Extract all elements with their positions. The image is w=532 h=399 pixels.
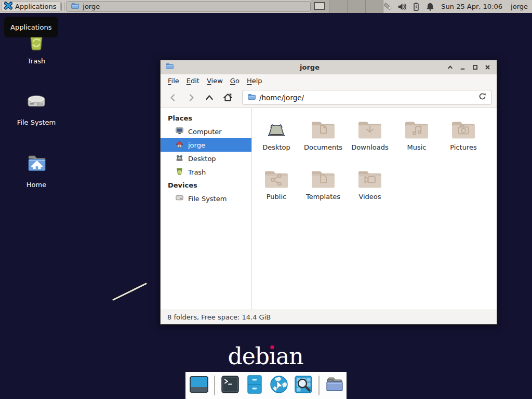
folder-label: Videos xyxy=(358,193,381,201)
window-title: jorge xyxy=(174,63,446,71)
folder-public[interactable]: Public xyxy=(253,167,300,216)
refresh-icon[interactable] xyxy=(478,92,487,103)
sidebar-header-places: Places xyxy=(161,112,251,125)
dock-app-finder-button[interactable] xyxy=(293,375,314,396)
dock-show-desktop-button[interactable] xyxy=(189,375,209,396)
arrow-up-button[interactable] xyxy=(202,90,217,105)
camera-icon xyxy=(451,117,476,141)
path-text[interactable]: /home/jorge/ xyxy=(259,94,474,102)
folder-documents[interactable]: Documents xyxy=(300,117,347,167)
workspace-2[interactable] xyxy=(329,0,347,13)
sidebar-item-trash[interactable]: Trash xyxy=(161,165,251,179)
web-browser-icon xyxy=(269,374,289,397)
applications-logo-icon xyxy=(4,2,12,11)
menu-view[interactable]: View xyxy=(203,75,227,86)
menu-go[interactable]: Go xyxy=(227,75,243,86)
stylus-tool-icon[interactable] xyxy=(383,2,393,11)
window-folder-icon xyxy=(165,62,174,72)
chevron-right-button[interactable] xyxy=(183,90,199,105)
folder-stack-icon xyxy=(324,374,345,397)
status-text: 8 folders, Free space: 14.4 GiB xyxy=(167,313,271,321)
close-button[interactable] xyxy=(483,63,492,72)
applications-menu-button[interactable]: Applications xyxy=(1,1,61,12)
sidebar-item-label: jorge xyxy=(188,141,205,149)
shade-button[interactable] xyxy=(446,63,455,72)
folder-downloads[interactable]: Downloads xyxy=(347,117,393,167)
sidebar-item-desktop[interactable]: Desktop xyxy=(161,152,251,165)
dock-file-manager-button[interactable] xyxy=(244,375,265,396)
panel-clock[interactable]: Sun 25 Apr, 10:06 xyxy=(441,3,511,10)
chevron-left-button[interactable] xyxy=(165,90,181,105)
workspace-4[interactable] xyxy=(365,0,383,13)
folder-desktop[interactable]: Desktop xyxy=(253,117,300,167)
path-bar[interactable]: /home/jorge/ xyxy=(242,90,492,105)
dock-terminal-button[interactable] xyxy=(220,375,241,396)
dock-folder-stack-button[interactable] xyxy=(324,375,345,396)
applications-menu-label: Applications xyxy=(15,3,56,10)
folder-music[interactable]: Music xyxy=(393,117,440,167)
home-desktop-icon xyxy=(24,151,49,178)
path-folder-icon xyxy=(247,92,256,103)
workspace-1[interactable] xyxy=(311,0,329,13)
panel-grip[interactable] xyxy=(61,3,64,11)
show-desktop-icon xyxy=(189,374,209,397)
folder-label: Music xyxy=(407,143,427,151)
folder-icon xyxy=(71,2,79,11)
workspace-window-preview xyxy=(314,2,325,10)
menu-file[interactable]: File xyxy=(164,75,183,86)
home-button[interactable] xyxy=(220,90,235,105)
trash-mini-icon xyxy=(175,167,184,177)
sidebar-item-label: File System xyxy=(188,195,227,203)
workspace-3[interactable] xyxy=(347,0,365,13)
home-red-icon xyxy=(175,140,184,150)
desktop-icon-label: File System xyxy=(17,118,56,126)
taskbar-window-button[interactable]: jorge xyxy=(66,1,311,12)
folder-pictures[interactable]: Pictures xyxy=(440,117,487,167)
volume-icon[interactable] xyxy=(397,2,407,11)
file-manager-icon xyxy=(244,374,265,397)
window-titlebar[interactable]: jorge xyxy=(161,60,497,74)
bell-icon[interactable] xyxy=(425,2,435,11)
menu-edit[interactable]: Edit xyxy=(183,75,203,86)
battery-icon[interactable] xyxy=(411,2,421,11)
folder-label: Downloads xyxy=(351,143,388,151)
terminal-icon xyxy=(220,374,241,397)
panel-username[interactable]: jorge xyxy=(511,3,532,10)
sidebar: PlacesComputerjorgeDesktopTrashDevicesFi… xyxy=(161,108,252,310)
folder-label: Templates xyxy=(306,193,340,201)
dock-web-browser-button[interactable] xyxy=(269,375,289,396)
template-icon xyxy=(311,167,336,191)
desktop-icon-file-system[interactable]: File System xyxy=(11,88,61,126)
window-controls xyxy=(446,63,492,72)
folder-label: Public xyxy=(267,193,286,201)
folder-label: Documents xyxy=(304,143,342,151)
sidebar-item-label: Desktop xyxy=(188,155,216,163)
sidebar-header-devices: Devices xyxy=(161,179,251,192)
sidebar-item-file-system[interactable]: File System xyxy=(161,192,251,205)
taskbar-window-label: jorge xyxy=(83,3,100,10)
desktop-icon-home[interactable]: Home xyxy=(11,151,61,189)
app-finder-icon xyxy=(293,374,314,397)
folder-videos[interactable]: Videos xyxy=(347,167,393,216)
computer-icon xyxy=(175,126,184,137)
desktop-icon-label: Home xyxy=(26,181,46,189)
workspace-switcher[interactable] xyxy=(311,0,383,13)
maximize-button[interactable] xyxy=(471,63,480,72)
wordmark-i: ı xyxy=(269,343,276,369)
sidebar-item-label: Trash xyxy=(188,168,206,176)
dock xyxy=(185,372,347,399)
menu-help[interactable]: Help xyxy=(243,75,266,86)
folder-label: Desktop xyxy=(262,143,290,151)
applications-tooltip: Applications xyxy=(4,17,58,37)
window-body: PlacesComputerjorgeDesktopTrashDevicesFi… xyxy=(161,108,497,310)
sidebar-item-label: Computer xyxy=(188,128,222,136)
music-icon xyxy=(404,117,429,141)
sidebar-item-computer[interactable]: Computer xyxy=(161,125,251,138)
document-icon xyxy=(311,117,336,141)
folder-label: Pictures xyxy=(450,143,476,151)
file-manager-window: jorge FileEditViewGoHelp /home/jorge/ Pl… xyxy=(160,60,497,325)
sidebar-item-jorge[interactable]: jorge xyxy=(161,138,251,152)
minimize-button[interactable] xyxy=(458,63,467,72)
system-tray xyxy=(383,2,441,11)
folder-templates[interactable]: Templates xyxy=(300,167,347,216)
